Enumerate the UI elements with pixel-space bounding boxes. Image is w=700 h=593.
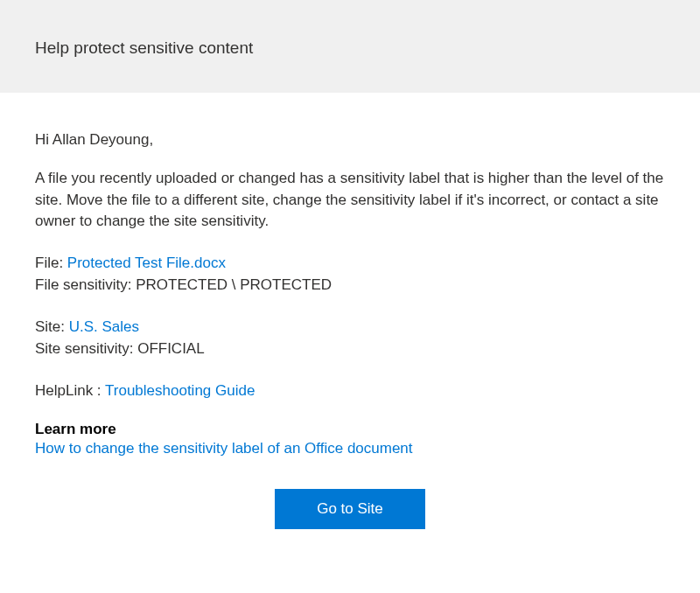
- learn-more-title: Learn more: [35, 421, 665, 438]
- file-link[interactable]: Protected Test File.docx: [67, 255, 226, 271]
- helplink-block: HelpLink : Troubleshooting Guide: [35, 380, 665, 402]
- site-info-block: Site: U.S. Sales Site sensitivity: OFFIC…: [35, 316, 665, 360]
- helplink-label: HelpLink :: [35, 382, 105, 399]
- file-label: File:: [35, 255, 67, 271]
- go-to-site-button[interactable]: Go to Site: [275, 489, 425, 529]
- site-sensitivity-label: Site sensitivity:: [35, 340, 137, 357]
- learn-more-link[interactable]: How to change the sensitivity label of a…: [35, 440, 413, 457]
- greeting-text: Hi Allan Deyoung,: [35, 131, 665, 149]
- notification-content: Hi Allan Deyoung, A file you recently up…: [0, 93, 700, 555]
- site-sensitivity-value: OFFICIAL: [137, 340, 205, 357]
- site-sensitivity-line: Site sensitivity: OFFICIAL: [35, 338, 665, 360]
- file-sensitivity-value: PROTECTED \ PROTECTED: [136, 276, 332, 293]
- helplink-link[interactable]: Troubleshooting Guide: [105, 382, 255, 399]
- file-sensitivity-line: File sensitivity: PROTECTED \ PROTECTED: [35, 274, 665, 296]
- site-line: Site: U.S. Sales: [35, 316, 665, 338]
- file-sensitivity-label: File sensitivity:: [35, 276, 136, 293]
- file-info-block: File: Protected Test File.docx File sens…: [35, 252, 665, 296]
- file-line: File: Protected Test File.docx: [35, 252, 665, 275]
- notification-header: Help protect sensitive content: [0, 0, 700, 93]
- message-text: A file you recently uploaded or changed …: [35, 168, 665, 233]
- page-title: Help protect sensitive content: [35, 38, 665, 58]
- site-label: Site:: [35, 318, 69, 335]
- button-container: Go to Site: [35, 489, 665, 529]
- learn-more-block: Learn more How to change the sensitivity…: [35, 421, 665, 457]
- site-link[interactable]: U.S. Sales: [69, 318, 139, 335]
